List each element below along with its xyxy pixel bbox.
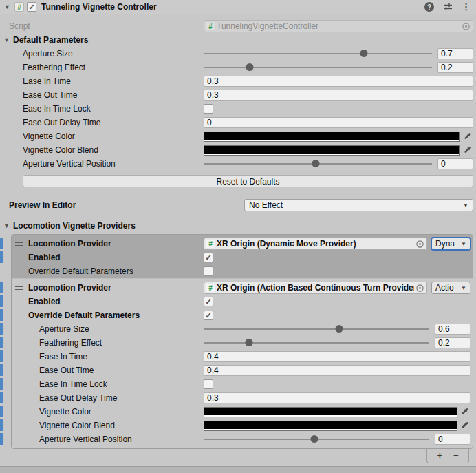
slider-handle[interactable] [336, 325, 343, 333]
script-label: Script [9, 21, 204, 31]
provider-type-dropdown[interactable]: Dyna ▼ [431, 238, 470, 250]
slider-handle[interactable] [312, 160, 320, 167]
ease-out-time-field[interactable]: 0.3 [204, 90, 473, 101]
presets-icon[interactable] [443, 2, 453, 12]
object-picker-icon[interactable] [415, 284, 424, 293]
aperture-vertical-position-label: Aperture Vertical Position [9, 159, 204, 169]
chevron-down-icon: ▼ [461, 285, 466, 291]
list-footer: + − [426, 449, 469, 463]
object-picker-icon[interactable] [415, 240, 424, 249]
aperture-size-row: Aperture Size 0.7 [0, 47, 476, 61]
prefab-override-bar [0, 251, 3, 263]
enabled-checkbox[interactable]: ✓ [204, 253, 213, 262]
locomotion-provider-label: Locomotion Provider [28, 239, 204, 249]
add-provider-button[interactable]: + [437, 451, 442, 461]
component-foldout-icon[interactable]: ▼ [4, 0, 13, 14]
prefab-override-bar [0, 282, 3, 293]
aperture-vertical-position-slider[interactable] [204, 157, 433, 171]
provider-type-dropdown[interactable]: Actio ▼ [431, 282, 470, 294]
prefab-override-bar [0, 337, 3, 348]
override-default-parameters-label: Override Default Parameters [28, 266, 204, 276]
override-default-parameters-row: Override Default Parameters ✓ [12, 308, 473, 322]
aperture-size-value[interactable]: 0.7 [437, 48, 473, 59]
override-default-parameters-row: Override Default Parameters [12, 264, 473, 278]
slider-track[interactable] [204, 342, 429, 344]
feathering-effect-slider[interactable] [204, 61, 433, 74]
help-icon[interactable]: ? [424, 2, 434, 12]
drag-handle-icon[interactable] [15, 286, 23, 290]
ease-in-time-lock-checkbox[interactable] [204, 379, 213, 389]
slider-track[interactable] [204, 328, 429, 330]
component-header: ▼ # ✓ Tunneling Vignette Controller ? ⋮ [0, 0, 476, 14]
aperture-vertical-position-row: Aperture Vertical Position 0 [0, 157, 476, 171]
reset-to-defaults-button[interactable]: Reset to Defaults [23, 175, 473, 187]
alpha-bar [204, 414, 457, 417]
eyedropper-icon[interactable] [460, 421, 470, 430]
feathering-effect-row: Feathering Effect 0.2 [0, 61, 476, 74]
override-default-parameters-checkbox[interactable] [204, 266, 213, 276]
eyedropper-icon[interactable] [460, 408, 470, 417]
aperture-size-value[interactable]: 0.6 [435, 324, 470, 335]
locomotion-provider-row: Locomotion Provider # XR Origin (Dynamic… [12, 237, 473, 251]
override-default-parameters-checkbox[interactable]: ✓ [204, 311, 213, 320]
aperture-vertical-position-value[interactable]: 0 [435, 434, 470, 445]
ease-out-delay-time-field[interactable]: 0 [204, 117, 473, 128]
feathering-effect-label: Feathering Effect [9, 63, 204, 72]
vignette-color-swatch[interactable] [204, 407, 457, 417]
csharp-script-icon: # [206, 284, 215, 292]
csharp-script-icon: # [14, 2, 24, 12]
feathering-effect-row: Feathering Effect 0.2 [12, 336, 473, 350]
csharp-script-icon: # [206, 22, 215, 30]
aperture-size-slider[interactable] [204, 47, 433, 61]
aperture-vertical-position-value[interactable]: 0 [437, 158, 473, 169]
ease-in-time-field[interactable]: 0.3 [204, 76, 473, 87]
locomotion-providers-title: Locomotion Vignette Providers [13, 221, 136, 231]
slider-track[interactable] [204, 67, 432, 68]
enabled-checkbox[interactable]: ✓ [204, 297, 213, 306]
chevron-down-icon: ▼ [461, 241, 466, 247]
provider-object-field[interactable]: # XR Origin (Action Based Continuous Tur… [204, 282, 427, 294]
locomotion-provider-label: Locomotion Provider [28, 283, 204, 293]
default-parameters-title: Default Parameters [13, 35, 88, 45]
locomotion-providers-foldout[interactable]: ▼ Locomotion Vignette Providers [0, 219, 476, 233]
feathering-effect-value[interactable]: 0.2 [435, 337, 470, 348]
script-object-field[interactable]: # TunnelingVignetteController [204, 20, 473, 32]
provider-object-field[interactable]: # XR Origin (Dynamic Move Provider) [204, 238, 427, 250]
alpha-bar [204, 139, 459, 141]
vignette-color-blend-swatch[interactable] [204, 145, 460, 156]
ease-in-time-field[interactable]: 0.4 [204, 351, 470, 362]
vignette-color-blend-row: Vignette Color Blend [0, 143, 476, 157]
preview-in-editor-dropdown[interactable]: No Effect ▼ [244, 199, 473, 211]
ease-in-time-lock-label: Ease In Time Lock [28, 379, 204, 389]
vignette-color-blend-swatch[interactable] [204, 421, 457, 431]
aperture-vertical-position-slider[interactable] [204, 432, 430, 446]
foldout-icon: ▼ [3, 33, 12, 47]
provider-item-1[interactable]: Locomotion Provider # XR Origin (Dynamic… [12, 235, 473, 278]
vignette-color-blend-label: Vignette Color Blend [28, 421, 204, 430]
slider-handle[interactable] [246, 63, 253, 71]
ease-in-time-lock-checkbox[interactable] [204, 104, 213, 114]
eyedropper-icon[interactable] [463, 146, 473, 155]
prefab-override-bar [0, 364, 3, 376]
ease-out-time-field[interactable]: 0.4 [204, 365, 470, 376]
slider-handle[interactable] [360, 50, 368, 57]
slider-handle[interactable] [311, 435, 318, 443]
slider-handle[interactable] [245, 339, 252, 346]
ease-in-time-label: Ease In Time [9, 76, 204, 86]
ease-out-delay-time-field[interactable]: 0.3 [204, 392, 470, 403]
aperture-size-slider[interactable] [204, 322, 430, 336]
ease-in-time-lock-label: Ease In Time Lock [9, 104, 204, 114]
vignette-color-swatch[interactable] [204, 132, 460, 142]
object-picker-icon[interactable] [462, 22, 470, 31]
drag-handle-icon[interactable] [15, 242, 23, 246]
slider-track[interactable] [204, 53, 432, 54]
provider-object-name: XR Origin (Dynamic Move Provider) [217, 239, 414, 249]
default-parameters-foldout[interactable]: ▼ Default Parameters [0, 33, 476, 47]
eyedropper-icon[interactable] [463, 132, 473, 141]
more-menu-icon[interactable]: ⋮ [462, 2, 470, 12]
feathering-effect-slider[interactable] [204, 336, 430, 350]
feathering-effect-value[interactable]: 0.2 [437, 62, 473, 73]
provider-item-2[interactable]: Locomotion Provider # XR Origin (Action … [12, 278, 473, 448]
component-enabled-checkbox[interactable]: ✓ [27, 2, 36, 12]
remove-provider-button[interactable]: − [453, 451, 459, 461]
